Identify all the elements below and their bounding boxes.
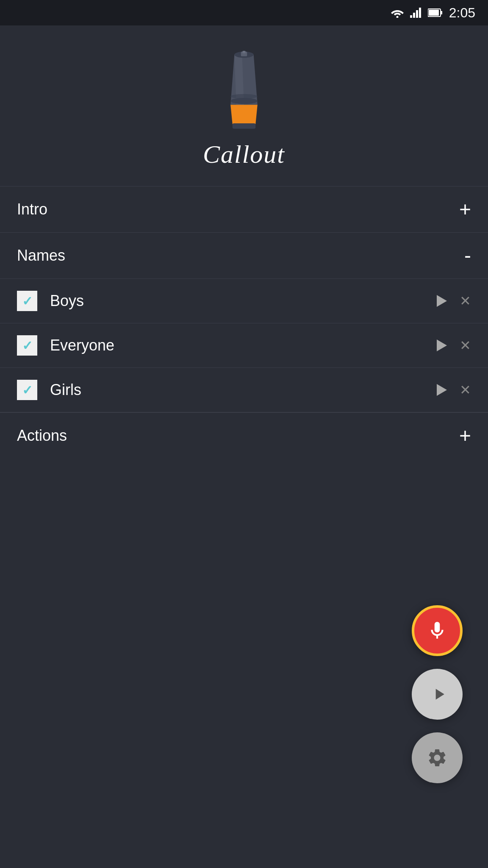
play-button-boys[interactable] [437,295,447,307]
actions-section-title: Actions [17,427,67,445]
record-fab-button[interactable] [412,605,463,656]
svg-point-11 [230,94,258,99]
intro-section-title: Intro [17,200,47,218]
play-all-fab-button[interactable] [412,669,463,720]
intro-section-header[interactable]: Intro + [0,186,488,232]
settings-icon [427,747,448,768]
delete-button-everyone[interactable]: ✕ [460,337,471,353]
names-section-header[interactable]: Names - [0,233,488,278]
app-name: Callout [203,140,285,169]
checkbox-girls[interactable]: ✓ [17,380,37,400]
intro-section-action: + [459,199,471,220]
logo-area: Callout [0,25,488,186]
wifi-icon [391,8,404,18]
actions-section-header[interactable]: Actions + [0,413,488,459]
item-name-everyone: Everyone [50,337,422,354]
status-icons: 2:05 [391,5,475,21]
delete-button-girls[interactable]: ✕ [460,382,471,398]
svg-marker-12 [230,105,258,124]
svg-rect-1 [410,15,412,18]
battery-icon [428,8,443,17]
item-name-boys: Boys [50,292,422,310]
play-button-girls[interactable] [437,384,447,396]
checkmark-boys: ✓ [22,294,33,309]
item-name-girls: Girls [50,381,422,399]
svg-rect-7 [429,10,439,16]
actions-section-action: + [459,426,471,446]
svg-rect-13 [233,123,256,129]
checkbox-boys[interactable]: ✓ [17,291,37,311]
list-item-girls: ✓ Girls ✕ [0,368,488,412]
list-item-boys: ✓ Boys ✕ [0,279,488,323]
svg-rect-3 [416,10,418,18]
status-time: 2:05 [449,5,475,21]
mic-icon [427,620,448,641]
svg-rect-4 [419,8,421,18]
delete-button-boys[interactable]: ✕ [460,293,471,309]
play-button-everyone[interactable] [437,339,447,351]
play-all-icon [430,685,448,704]
app-logo-tube [219,51,269,136]
svg-point-10 [230,98,258,104]
svg-rect-2 [413,13,415,18]
checkmark-girls: ✓ [22,383,33,398]
settings-fab-button[interactable] [412,732,463,783]
names-section-title: Names [17,247,65,264]
fab-container [412,605,463,783]
names-section-action: - [464,245,471,266]
checkbox-everyone[interactable]: ✓ [17,335,37,356]
svg-rect-16 [242,51,245,53]
checkmark-everyone: ✓ [22,338,33,353]
svg-point-0 [396,16,398,18]
status-bar: 2:05 [0,0,488,25]
signal-icon [410,8,422,18]
svg-rect-6 [441,11,442,14]
list-item-everyone: ✓ Everyone ✕ [0,323,488,368]
